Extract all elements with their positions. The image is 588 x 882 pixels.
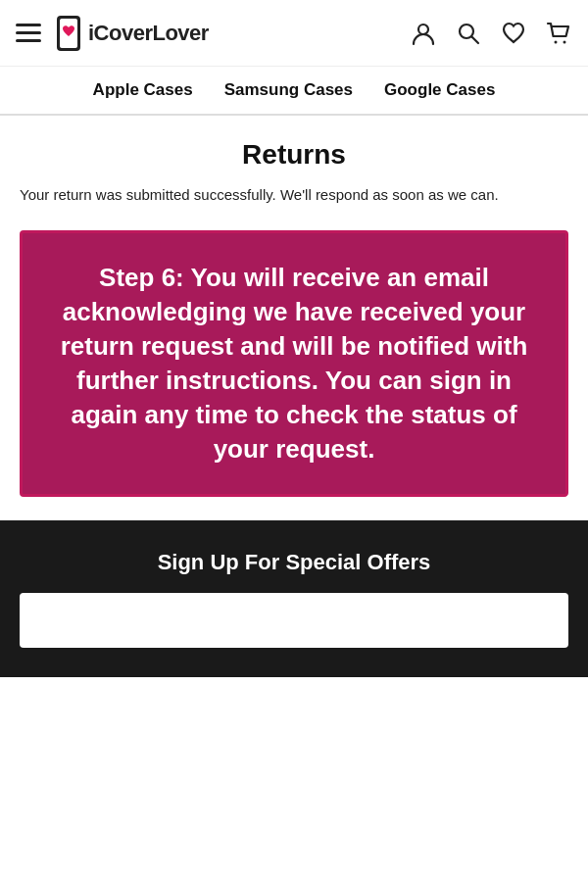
- svg-point-6: [564, 40, 566, 43]
- logo-icon: [53, 15, 84, 52]
- brand-name: iCoverLover: [88, 21, 209, 46]
- page-title: Returns: [20, 139, 568, 171]
- svg-point-5: [555, 40, 558, 43]
- svg-line-4: [472, 36, 479, 43]
- header-left: iCoverLover: [16, 15, 209, 52]
- header-icons: [410, 20, 572, 47]
- main-content: Returns Your return was submitted succes…: [0, 116, 588, 497]
- step-text: Step 6: You will receive an email acknow…: [46, 261, 542, 467]
- wishlist-icon[interactable]: [500, 20, 527, 47]
- email-input[interactable]: [20, 593, 568, 648]
- success-message: Your return was submitted successfully. …: [20, 184, 568, 207]
- nav-apple-cases[interactable]: Apple Cases: [93, 80, 193, 100]
- search-icon[interactable]: [455, 20, 482, 47]
- logo-area[interactable]: iCoverLover: [53, 15, 209, 52]
- footer-signup: Sign Up For Special Offers: [0, 520, 588, 677]
- user-icon[interactable]: [410, 20, 437, 47]
- hamburger-menu[interactable]: [16, 24, 41, 42]
- main-nav: Apple Cases Samsung Cases Google Cases: [0, 67, 588, 116]
- step-box: Step 6: You will receive an email acknow…: [20, 230, 568, 498]
- signup-title: Sign Up For Special Offers: [20, 550, 568, 575]
- nav-google-cases[interactable]: Google Cases: [384, 80, 495, 100]
- nav-samsung-cases[interactable]: Samsung Cases: [224, 80, 353, 100]
- cart-icon[interactable]: [545, 20, 572, 47]
- svg-point-2: [418, 24, 428, 34]
- header: iCoverLover: [0, 0, 588, 67]
